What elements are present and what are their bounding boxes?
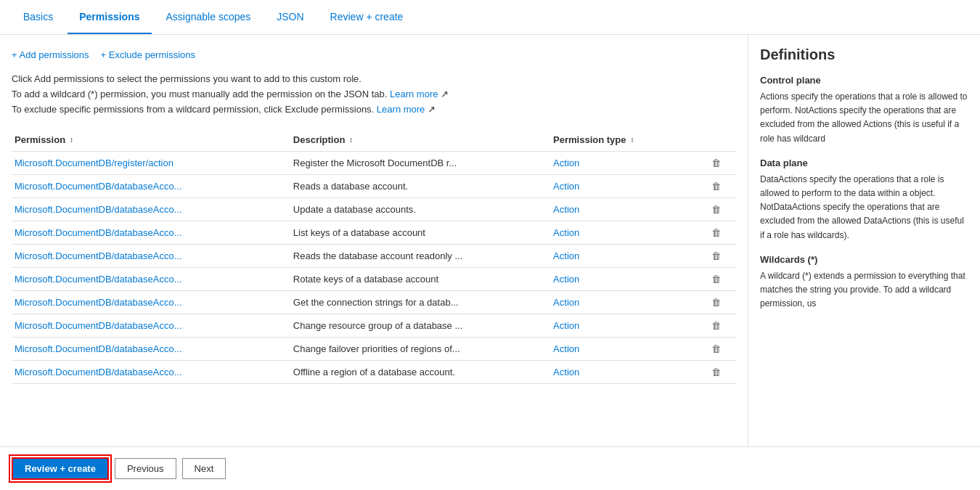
learn-more-link-1[interactable]: Learn more bbox=[390, 89, 438, 99]
cell-type-6: Action bbox=[550, 291, 699, 314]
delete-row-button-2[interactable]: 🗑 bbox=[699, 198, 736, 221]
def-wildcards-title: Wildcards (*) bbox=[760, 254, 968, 265]
tab-review-create[interactable]: Review + create bbox=[319, 1, 415, 34]
sort-icon-type[interactable]: ↕ bbox=[631, 136, 634, 144]
cell-type-7: Action bbox=[550, 314, 699, 338]
delete-row-button-4[interactable]: 🗑 bbox=[699, 245, 736, 268]
cell-type-8: Action bbox=[550, 338, 699, 361]
sort-icon-description[interactable]: ↕ bbox=[349, 136, 353, 144]
cell-permission-9[interactable]: Microsoft.DocumentDB/databaseAcco... bbox=[12, 361, 290, 384]
cell-description-8: Change failover priorities of regions of… bbox=[290, 338, 550, 361]
cell-permission-8[interactable]: Microsoft.DocumentDB/databaseAcco... bbox=[12, 338, 290, 361]
cell-permission-2[interactable]: Microsoft.DocumentDB/databaseAcco... bbox=[12, 198, 290, 221]
cell-permission-7[interactable]: Microsoft.DocumentDB/databaseAcco... bbox=[12, 314, 290, 338]
delete-row-button-6[interactable]: 🗑 bbox=[699, 291, 736, 314]
definitions-title: Definitions bbox=[760, 46, 968, 63]
table-row: Microsoft.DocumentDB/databaseAcco... Lis… bbox=[12, 221, 736, 245]
cell-description-4: Reads the database account readonly ... bbox=[290, 245, 550, 268]
tab-basics[interactable]: Basics bbox=[12, 1, 65, 34]
cell-type-4: Action bbox=[550, 245, 699, 268]
nav-tabs: Basics Permissions Assignable scopes JSO… bbox=[0, 0, 980, 35]
table-row: Microsoft.DocumentDB/databaseAcco... Cha… bbox=[12, 314, 736, 338]
cell-permission-1[interactable]: Microsoft.DocumentDB/databaseAcco... bbox=[12, 175, 290, 198]
left-panel: + Add permissions + Exclude permissions … bbox=[0, 35, 748, 446]
info-text: Click Add permissions to select the perm… bbox=[12, 72, 736, 117]
sort-icon-permission[interactable]: ↕ bbox=[70, 136, 73, 144]
footer: Review + create Previous Next bbox=[0, 446, 980, 490]
cell-type-3: Action bbox=[550, 221, 699, 245]
cell-permission-3[interactable]: Microsoft.DocumentDB/databaseAcco... bbox=[12, 221, 290, 245]
info-line2: To add a wildcard (*) permission, you mu… bbox=[12, 87, 736, 102]
def-control-plane-text: Actions specify the operations that a ro… bbox=[760, 90, 968, 146]
delete-row-button-9[interactable]: 🗑 bbox=[699, 361, 736, 384]
cell-permission-6[interactable]: Microsoft.DocumentDB/databaseAcco... bbox=[12, 291, 290, 314]
delete-row-button-8[interactable]: 🗑 bbox=[699, 338, 736, 361]
col-header-description: Description ↕ bbox=[290, 128, 550, 152]
table-row: Microsoft.DocumentDB/register/action Reg… bbox=[12, 152, 736, 175]
cell-type-9: Action bbox=[550, 361, 699, 384]
add-permissions-button[interactable]: + Add permissions bbox=[12, 46, 89, 63]
def-control-plane-title: Control plane bbox=[760, 75, 968, 86]
cell-type-1: Action bbox=[550, 175, 699, 198]
review-create-button[interactable]: Review + create bbox=[12, 457, 109, 480]
cell-description-7: Change resource group of a database ... bbox=[290, 314, 550, 338]
permissions-table: Permission ↕ Description ↕ Permission ty… bbox=[12, 128, 736, 384]
table-row: Microsoft.DocumentDB/databaseAcco... Off… bbox=[12, 361, 736, 384]
cell-description-1: Reads a database account. bbox=[290, 175, 550, 198]
info-line3: To exclude specific permissions from a w… bbox=[12, 102, 736, 118]
def-data-plane-text: DataActions specify the operations that … bbox=[760, 173, 968, 242]
cell-type-5: Action bbox=[550, 268, 699, 291]
table-row: Microsoft.DocumentDB/databaseAcco... Rea… bbox=[12, 245, 736, 268]
cell-permission-0[interactable]: Microsoft.DocumentDB/register/action bbox=[12, 152, 290, 175]
cell-permission-4[interactable]: Microsoft.DocumentDB/databaseAcco... bbox=[12, 245, 290, 268]
table-row: Microsoft.DocumentDB/databaseAcco... Rot… bbox=[12, 268, 736, 291]
actions-bar: + Add permissions + Exclude permissions bbox=[12, 46, 736, 63]
cell-permission-5[interactable]: Microsoft.DocumentDB/databaseAcco... bbox=[12, 268, 290, 291]
table-row: Microsoft.DocumentDB/databaseAcco... Cha… bbox=[12, 338, 736, 361]
cell-type-0: Action bbox=[550, 152, 699, 175]
col-header-permission: Permission ↕ bbox=[12, 128, 290, 152]
next-button[interactable]: Next bbox=[182, 458, 226, 479]
cell-description-6: Get the connection strings for a datab..… bbox=[290, 291, 550, 314]
def-data-plane-title: Data plane bbox=[760, 158, 968, 168]
def-wildcards: Wildcards (*) A wildcard (*) extends a p… bbox=[760, 254, 968, 311]
tab-json[interactable]: JSON bbox=[265, 1, 315, 34]
info-line1: Click Add permissions to select the perm… bbox=[12, 72, 736, 87]
learn-more-link-2[interactable]: Learn more bbox=[377, 104, 425, 115]
col-header-delete bbox=[699, 128, 736, 152]
def-wildcards-text: A wildcard (*) extends a permission to e… bbox=[760, 269, 968, 311]
cell-description-0: Register the Microsoft DocumentDB r... bbox=[290, 152, 550, 175]
previous-button[interactable]: Previous bbox=[115, 458, 176, 479]
cell-description-5: Rotate keys of a database account bbox=[290, 268, 550, 291]
cell-type-2: Action bbox=[550, 198, 699, 221]
col-header-type: Permission type ↕ bbox=[550, 128, 699, 152]
cell-description-9: Offline a region of a database account. bbox=[290, 361, 550, 384]
table-header-row: Permission ↕ Description ↕ Permission ty… bbox=[12, 128, 736, 152]
delete-row-button-0[interactable]: 🗑 bbox=[699, 152, 736, 175]
table-row: Microsoft.DocumentDB/databaseAcco... Rea… bbox=[12, 175, 736, 198]
tab-permissions[interactable]: Permissions bbox=[68, 1, 151, 34]
table-row: Microsoft.DocumentDB/databaseAcco... Get… bbox=[12, 291, 736, 314]
exclude-permissions-button[interactable]: + Exclude permissions bbox=[101, 46, 195, 63]
tab-assignable-scopes[interactable]: Assignable scopes bbox=[155, 1, 263, 34]
definitions-panel: Definitions Control plane Actions specif… bbox=[748, 35, 980, 446]
main-container: + Add permissions + Exclude permissions … bbox=[0, 35, 980, 446]
cell-description-3: List keys of a database account bbox=[290, 221, 550, 245]
delete-row-button-5[interactable]: 🗑 bbox=[699, 268, 736, 291]
def-control-plane: Control plane Actions specify the operat… bbox=[760, 75, 968, 146]
delete-row-button-7[interactable]: 🗑 bbox=[699, 314, 736, 338]
delete-row-button-3[interactable]: 🗑 bbox=[699, 221, 736, 245]
table-row: Microsoft.DocumentDB/databaseAcco... Upd… bbox=[12, 198, 736, 221]
cell-description-2: Update a database accounts. bbox=[290, 198, 550, 221]
delete-row-button-1[interactable]: 🗑 bbox=[699, 175, 736, 198]
def-data-plane: Data plane DataActions specify the opera… bbox=[760, 158, 968, 242]
